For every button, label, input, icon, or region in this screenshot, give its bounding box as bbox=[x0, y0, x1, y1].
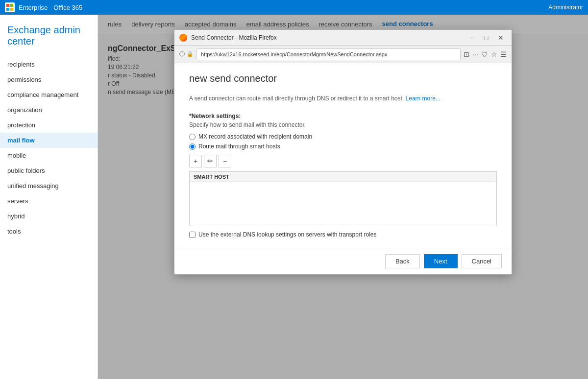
smart-host-label: Route mail through smart hosts bbox=[198, 143, 280, 150]
cancel-button[interactable]: Cancel bbox=[462, 254, 502, 268]
sidebar-item-recipients[interactable]: recipients bbox=[0, 57, 98, 72]
network-settings-sublabel: Specify how to send mail with this conne… bbox=[189, 121, 497, 128]
dns-lookup-checkbox[interactable] bbox=[189, 232, 196, 238]
dialog-footer: Back Next Cancel bbox=[174, 248, 512, 274]
sidebar-item-tools[interactable]: tools bbox=[0, 224, 98, 239]
mx-record-label: MX record associated with recipient doma… bbox=[198, 133, 312, 140]
modal-overlay: Send Connector - Mozilla Firefox ─ □ ✕ ⓘ… bbox=[98, 15, 588, 379]
learn-more-link[interactable]: Learn more... bbox=[406, 95, 441, 102]
menu-dots-icon[interactable]: ··· bbox=[472, 50, 478, 58]
menu-icon[interactable]: ☰ bbox=[500, 50, 507, 58]
network-settings-label: *Network settings: bbox=[189, 113, 497, 119]
reader-icon[interactable]: ⊡ bbox=[464, 50, 469, 58]
top-bar-apps: Enterprise Office 365 bbox=[19, 4, 82, 11]
sidebar-item-servers[interactable]: servers bbox=[0, 193, 98, 209]
add-smart-host-btn[interactable]: + bbox=[189, 155, 202, 167]
sidebar-item-compliance-management[interactable]: compliance management bbox=[0, 87, 98, 102]
sidebar-item-hybrid[interactable]: hybrid bbox=[0, 209, 98, 224]
sidebar-item-mail-flow[interactable]: mail flow bbox=[0, 133, 98, 148]
svg-rect-2 bbox=[6, 8, 9, 11]
page-title: Exchange admin center bbox=[0, 20, 98, 57]
next-button[interactable]: Next bbox=[424, 254, 458, 268]
sidebar: Exchange admin center recipients permiss… bbox=[0, 15, 98, 379]
browser-window: Send Connector - Mozilla Firefox ─ □ ✕ ⓘ… bbox=[174, 29, 512, 275]
svg-rect-3 bbox=[10, 8, 13, 11]
sidebar-item-organization[interactable]: organization bbox=[0, 102, 98, 118]
browser-controls: ─ □ ✕ bbox=[466, 32, 507, 44]
radio-option-smart-host: Route mail through smart hosts bbox=[189, 143, 497, 150]
browser-minimize-btn[interactable]: ─ bbox=[466, 32, 477, 44]
browser-restore-btn[interactable]: □ bbox=[480, 32, 492, 44]
edit-smart-host-btn[interactable]: ✏ bbox=[204, 155, 217, 167]
sidebar-item-public-folders[interactable]: public folders bbox=[0, 163, 98, 178]
sidebar-item-protection[interactable]: protection bbox=[0, 118, 98, 133]
smart-host-column-header: SMART HOST bbox=[190, 172, 496, 182]
browser-titlebar: Send Connector - Mozilla Firefox ─ □ ✕ bbox=[174, 30, 512, 46]
content-area: rules delivery reports accepted domains … bbox=[98, 15, 588, 379]
browser-title: Send Connector - Mozilla Firefox bbox=[191, 34, 466, 41]
browser-addressbar: ⓘ 🔒 https://ukw12x16.rocketseed.in/ecp/C… bbox=[174, 46, 512, 63]
dialog-title: new send connector bbox=[189, 73, 497, 84]
address-bar-input[interactable]: https://ukw12x16.rocketseed.in/ecp/Conne… bbox=[196, 48, 461, 60]
remove-smart-host-btn[interactable]: − bbox=[219, 155, 231, 167]
sidebar-item-permissions[interactable]: permissions bbox=[0, 72, 98, 87]
dns-lookup-label: Use the external DNS lookup settings on … bbox=[198, 231, 377, 238]
office365-link[interactable]: Office 365 bbox=[53, 4, 82, 11]
top-bar: Enterprise Office 365 Administrator bbox=[0, 0, 588, 15]
dialog-description: A send connector can route mail directly… bbox=[189, 94, 497, 103]
smart-host-radio[interactable] bbox=[189, 143, 196, 150]
radio-group: MX record associated with recipient doma… bbox=[189, 133, 497, 150]
sidebar-item-mobile[interactable]: mobile bbox=[0, 148, 98, 163]
smart-host-table: SMART HOST bbox=[189, 171, 497, 225]
shield-icon: 🛡 bbox=[481, 50, 488, 58]
main-layout: Exchange admin center recipients permiss… bbox=[0, 15, 588, 379]
dialog-content: new send connector A send connector can … bbox=[174, 63, 512, 248]
back-button[interactable]: Back bbox=[385, 254, 420, 268]
user-account: Administrator bbox=[548, 4, 583, 11]
enterprise-link[interactable]: Enterprise bbox=[19, 4, 48, 11]
firefox-icon bbox=[179, 34, 187, 42]
ms-logo bbox=[5, 2, 15, 12]
url-text: https://ukw12x16.rocketseed.in/ecp/Conne… bbox=[201, 51, 387, 57]
info-icon: ⓘ bbox=[179, 50, 185, 58]
radio-option-mx: MX record associated with recipient doma… bbox=[189, 133, 497, 140]
bookmark-icon[interactable]: ☆ bbox=[491, 50, 497, 58]
addr-security-icons: ⓘ 🔒 bbox=[179, 50, 194, 58]
lock-icon: 🔒 bbox=[187, 51, 194, 57]
mx-record-radio[interactable] bbox=[189, 134, 196, 140]
svg-rect-1 bbox=[10, 4, 13, 7]
browser-close-btn[interactable]: ✕ bbox=[495, 32, 507, 44]
sidebar-item-unified-messaging[interactable]: unified messaging bbox=[0, 178, 98, 193]
dns-checkbox-row: Use the external DNS lookup settings on … bbox=[189, 231, 497, 238]
svg-rect-0 bbox=[6, 4, 9, 7]
addr-action-icons: ⊡ ··· 🛡 ☆ ☰ bbox=[464, 50, 507, 58]
smart-host-toolbar: + ✏ − bbox=[189, 155, 497, 167]
